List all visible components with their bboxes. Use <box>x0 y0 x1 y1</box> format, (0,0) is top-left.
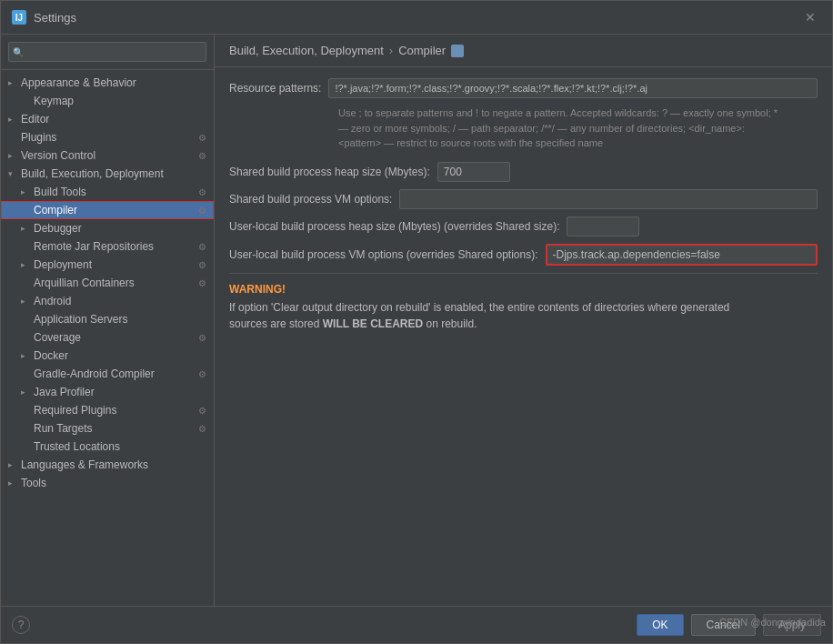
chevron-icon: ▸ <box>21 260 30 269</box>
resource-patterns-hint: Use ; to separate patterns and ! to nega… <box>338 106 818 151</box>
resource-patterns-row: Resource patterns: <box>229 78 818 98</box>
user-heap-size-input[interactable] <box>567 216 639 236</box>
settings-window: IJ Settings ✕ ▸Appearance & BehaviorKeym… <box>0 0 833 644</box>
chevron-icon: ▸ <box>8 478 17 488</box>
watermark: CSDN @dongxindadida <box>719 617 826 628</box>
warning-section: WARNING! If option 'Clear output directo… <box>229 273 818 341</box>
sidebar-item-languages-frameworks[interactable]: ▸Languages & Frameworks <box>1 456 214 474</box>
sidebar-item-label: Deployment <box>34 258 195 271</box>
sidebar-item-gradle-android-compiler[interactable]: Gradle-Android Compiler⚙ <box>1 365 214 383</box>
sidebar-item-java-profiler[interactable]: ▸Java Profiler <box>1 383 214 401</box>
sidebar-item-label: Compiler <box>34 204 195 216</box>
sidebar-item-appearance-behavior[interactable]: ▸Appearance & Behavior <box>1 74 214 92</box>
chevron-icon: ▸ <box>21 224 30 233</box>
tree: ▸Appearance & BehaviorKeymap▸EditorPlugi… <box>1 70 214 606</box>
gear-icon: ⚙ <box>198 369 206 379</box>
sidebar-item-label: Java Profiler <box>34 386 206 398</box>
chevron-icon: ▸ <box>8 151 17 160</box>
chevron-icon: ▸ <box>8 115 17 124</box>
sidebar-item-label: Appearance & Behavior <box>21 76 206 89</box>
chevron-icon: ▾ <box>8 169 17 178</box>
breadcrumb-arrow: › <box>389 44 393 57</box>
resource-patterns-input[interactable] <box>328 78 818 98</box>
sidebar-item-label: Languages & Frameworks <box>21 458 206 471</box>
sidebar-item-compiler[interactable]: Compiler⚙ <box>1 201 214 219</box>
sidebar-item-label: Build Tools <box>34 186 195 198</box>
sidebar-item-label: Arquillian Containers <box>34 277 195 289</box>
vm-options-label: Shared build process VM options: <box>229 193 392 206</box>
sidebar-item-label: Docker <box>34 349 206 362</box>
sidebar-item-keymap[interactable]: Keymap <box>1 92 214 110</box>
footer-left: ? <box>12 616 30 634</box>
user-vm-options-input[interactable] <box>546 244 818 266</box>
gear-icon: ⚙ <box>198 242 206 252</box>
search-wrapper <box>8 42 206 62</box>
sidebar-item-docker[interactable]: ▸Docker <box>1 347 214 365</box>
compiler-icon <box>451 45 464 57</box>
user-heap-size-label: User-local build process heap size (Mbyt… <box>229 220 559 233</box>
heap-size-input[interactable] <box>437 162 510 182</box>
sidebar-item-required-plugins[interactable]: Required Plugins⚙ <box>1 401 214 419</box>
gear-icon: ⚙ <box>198 206 206 216</box>
sidebar-item-remote-jar-repositories[interactable]: Remote Jar Repositories⚙ <box>1 237 214 256</box>
heap-size-row: Shared build process heap size (Mbytes): <box>229 162 818 182</box>
sidebar-item-label: Trusted Locations <box>34 440 206 453</box>
sidebar: ▸Appearance & BehaviorKeymap▸EditorPlugi… <box>1 35 215 606</box>
sidebar-item-application-servers[interactable]: Application Servers <box>1 310 214 328</box>
sidebar-item-label: Plugins <box>21 131 195 144</box>
sidebar-item-trusted-locations[interactable]: Trusted Locations <box>1 438 214 456</box>
user-vm-options-row: User-local build process VM options (ove… <box>229 244 818 266</box>
gear-icon: ⚙ <box>198 260 206 270</box>
vm-options-row: Shared build process VM options: <box>229 189 818 209</box>
chevron-icon: ▸ <box>21 351 30 360</box>
chevron-icon: ▸ <box>21 387 30 397</box>
sidebar-item-label: Keymap <box>34 95 206 107</box>
resource-patterns-label: Resource patterns: <box>229 78 321 95</box>
help-button[interactable]: ? <box>12 616 30 634</box>
sidebar-item-coverage[interactable]: Coverage⚙ <box>1 328 214 347</box>
gear-icon: ⚙ <box>198 406 206 416</box>
search-input[interactable] <box>8 42 206 62</box>
ok-button[interactable]: OK <box>637 614 683 636</box>
close-button[interactable]: ✕ <box>799 8 821 26</box>
gear-icon: ⚙ <box>198 333 206 343</box>
sidebar-item-android[interactable]: ▸Android <box>1 292 214 310</box>
user-heap-size-row: User-local build process heap size (Mbyt… <box>229 216 818 236</box>
title-bar: IJ Settings ✕ <box>1 1 832 35</box>
sidebar-item-label: Android <box>34 295 206 307</box>
sidebar-item-label: Remote Jar Repositories <box>34 240 195 253</box>
sidebar-item-label: Tools <box>21 477 206 489</box>
sidebar-item-label: Build, Execution, Deployment <box>21 167 206 180</box>
sidebar-item-build-tools[interactable]: ▸Build Tools⚙ <box>1 183 214 201</box>
vm-options-input[interactable] <box>399 189 818 209</box>
sidebar-item-label: Version Control <box>21 149 195 162</box>
window-title: Settings <box>34 11 76 25</box>
sidebar-item-debugger[interactable]: ▸Debugger <box>1 219 214 237</box>
warning-title: WARNING! <box>229 283 818 296</box>
sidebar-item-plugins[interactable]: Plugins⚙ <box>1 128 214 146</box>
sidebar-item-tools[interactable]: ▸Tools <box>1 474 214 492</box>
sidebar-item-run-targets[interactable]: Run Targets⚙ <box>1 419 214 438</box>
sidebar-item-deployment[interactable]: ▸Deployment⚙ <box>1 256 214 274</box>
title-bar-left: IJ Settings <box>12 10 76 25</box>
sidebar-item-editor[interactable]: ▸Editor <box>1 110 214 128</box>
breadcrumb: Build, Execution, Deployment › Compiler <box>229 44 464 57</box>
sidebar-item-label: Coverage <box>34 331 195 344</box>
user-vm-options-label: User-local build process VM options (ove… <box>229 248 538 261</box>
sidebar-item-arquillian-containers[interactable]: Arquillian Containers⚙ <box>1 274 214 292</box>
gear-icon: ⚙ <box>198 133 206 143</box>
right-panel: Build, Execution, Deployment › Compiler … <box>215 35 832 606</box>
main-content: ▸Appearance & BehaviorKeymap▸EditorPlugi… <box>1 35 832 606</box>
sidebar-item-label: Gradle-Android Compiler <box>34 367 195 380</box>
breadcrumb-current: Compiler <box>398 44 446 57</box>
sidebar-item-version-control[interactable]: ▸Version Control⚙ <box>1 146 214 165</box>
breadcrumb-parent: Build, Execution, Deployment <box>229 44 384 57</box>
search-box <box>1 35 214 70</box>
footer: ? OK Cancel Apply <box>1 606 832 643</box>
sidebar-item-label: Application Servers <box>34 313 206 326</box>
chevron-icon: ▸ <box>8 460 17 469</box>
sidebar-item-label: Editor <box>21 113 206 126</box>
chevron-icon: ▸ <box>21 297 30 306</box>
sidebar-item-build-execution-deployment[interactable]: ▾Build, Execution, Deployment <box>1 165 214 183</box>
chevron-icon: ▸ <box>21 187 30 196</box>
